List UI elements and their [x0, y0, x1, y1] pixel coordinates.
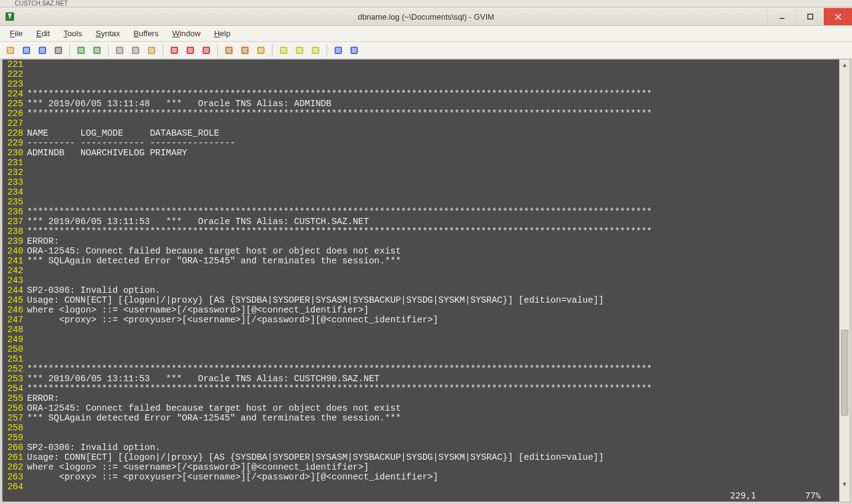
save-all-icon[interactable] — [36, 44, 49, 57]
window-titlebar[interactable]: dbname.log (~\Documents\sql) - GVIM — [0, 7, 852, 26]
menu-help[interactable]: Help — [208, 27, 237, 40]
editor-line[interactable]: 234 — [2, 187, 839, 197]
open-icon[interactable] — [4, 44, 17, 57]
scroll-up-arrow[interactable]: ▲ — [840, 60, 850, 70]
editor-line[interactable]: 228NAME LOG_MODE DATABASE_ROLE — [2, 128, 839, 138]
line-number: 248 — [2, 325, 27, 335]
svg-rect-36 — [281, 48, 286, 53]
editor-line[interactable]: 262where <logon> ::= <username>[/<passwo… — [2, 462, 839, 472]
editor-line[interactable]: 247 <proxy> ::= <proxyuser>[<username>][… — [2, 315, 839, 325]
editor-line[interactable]: 238*************************************… — [2, 227, 839, 236]
editor-line[interactable]: 225*** 2019/06/05 13:11:48 *** Oracle TN… — [2, 99, 839, 109]
editor-line[interactable]: 243 — [2, 276, 839, 285]
line-number: 231 — [2, 158, 27, 168]
svg-rect-16 — [95, 48, 99, 53]
editor-line[interactable]: 245Usage: CONN[ECT] [{logon|/|proxy} [AS… — [2, 295, 839, 305]
undo-icon[interactable] — [74, 44, 88, 57]
line-content: ****************************************… — [27, 207, 839, 217]
editor-line[interactable]: 230ADMINDB NOARCHIVELOG PRIMARY — [2, 148, 839, 158]
scroll-down-arrow[interactable]: ▼ — [840, 479, 850, 489]
make-icon[interactable] — [277, 44, 290, 57]
line-number: 233 — [2, 177, 27, 187]
editor-line[interactable]: 252*************************************… — [2, 364, 839, 374]
minimize-button[interactable] — [767, 8, 796, 25]
text-editor[interactable]: 221222223224****************************… — [2, 60, 839, 502]
editor-line[interactable]: 227 — [2, 118, 839, 128]
cursor-position: 229,1 — [730, 490, 756, 500]
print-icon[interactable] — [52, 44, 65, 57]
editor-line[interactable]: 248 — [2, 325, 839, 335]
editor-line[interactable]: 241*** SQLAgain detected Error "ORA-1254… — [2, 256, 839, 266]
editor-line[interactable]: 222 — [2, 69, 839, 79]
cut-icon[interactable] — [113, 44, 126, 57]
editor-line[interactable]: 231 — [2, 158, 839, 168]
run-script-icon[interactable] — [254, 44, 268, 57]
editor-line[interactable]: 235 — [2, 197, 839, 207]
editor-line[interactable]: 240ORA-12545: Connect failed because tar… — [2, 246, 839, 256]
shell-icon[interactable] — [293, 44, 306, 57]
line-content — [27, 118, 839, 128]
editor-line[interactable]: 242 — [2, 266, 839, 276]
editor-line[interactable]: 254*************************************… — [2, 384, 839, 394]
line-number: 245 — [2, 295, 27, 305]
editor-line[interactable]: 221 — [2, 60, 839, 69]
editor-line[interactable]: 256ORA-12545: Connect failed because tar… — [2, 403, 839, 413]
editor-line[interactable]: 261Usage: CONN[ECT] [{logon|/|proxy} [AS… — [2, 452, 839, 462]
copy-icon[interactable] — [129, 44, 142, 57]
save-icon[interactable] — [20, 44, 33, 57]
editor-line[interactable]: 258 — [2, 423, 839, 433]
line-number: 253 — [2, 374, 27, 384]
paste-icon[interactable] — [145, 44, 158, 57]
editor-line[interactable]: 226*************************************… — [2, 109, 839, 118]
editor-line[interactable]: 229--------- ------------ --------------… — [2, 138, 839, 148]
line-content: ORA-12545: Connect failed because target… — [27, 403, 839, 413]
menu-file[interactable]: File — [4, 27, 29, 40]
menu-edit[interactable]: Edit — [30, 27, 56, 40]
find-prev-icon[interactable] — [199, 44, 213, 57]
toolbar-separator — [108, 44, 109, 56]
menu-tools[interactable]: Tools — [57, 27, 88, 40]
menu-syntax[interactable]: Syntax — [90, 27, 126, 40]
editor-line[interactable]: 250 — [2, 344, 839, 354]
find-icon[interactable] — [168, 44, 181, 57]
tag-icon[interactable] — [309, 44, 322, 57]
redo-icon[interactable] — [90, 44, 104, 57]
line-number: 246 — [2, 305, 27, 315]
toolbar-separator — [217, 44, 218, 56]
editor-line[interactable]: 246where <logon> ::= <username>[/<passwo… — [2, 305, 839, 315]
line-content: *** SQLAgain detected Error "ORA-12545" … — [27, 256, 839, 266]
svg-rect-8 — [24, 48, 29, 53]
editor-line[interactable]: 257*** SQLAgain detected Error "ORA-1254… — [2, 413, 839, 423]
editor-line[interactable]: 224*************************************… — [2, 89, 839, 99]
editor-line[interactable]: 251 — [2, 354, 839, 364]
line-number: 247 — [2, 315, 27, 325]
editor-line[interactable]: 236*************************************… — [2, 207, 839, 217]
editor-line[interactable]: 232 — [2, 168, 839, 177]
load-session-icon[interactable] — [222, 44, 236, 57]
line-content — [27, 335, 839, 344]
editor-line[interactable]: 239ERROR: — [2, 236, 839, 246]
close-button[interactable] — [824, 8, 852, 25]
editor-line[interactable]: 237*** 2019/06/05 13:11:53 *** Oracle TN… — [2, 217, 839, 227]
menu-window[interactable]: Window — [166, 27, 206, 40]
editor-line[interactable]: 233 — [2, 177, 839, 187]
editor-line[interactable]: 223 — [2, 79, 839, 89]
find-help-icon[interactable] — [347, 44, 361, 57]
vertical-scrollbar[interactable]: ▲ ▼ — [839, 60, 850, 502]
svg-rect-24 — [172, 48, 177, 53]
editor-line[interactable]: 255ERROR: — [2, 394, 839, 403]
help-icon[interactable] — [331, 44, 345, 57]
editor-line[interactable]: 259 — [2, 433, 839, 443]
find-next-icon[interactable] — [184, 44, 197, 57]
maximize-button[interactable] — [796, 8, 824, 25]
editor-line[interactable]: 249 — [2, 335, 839, 344]
scroll-thumb[interactable] — [841, 330, 848, 416]
menu-buffers[interactable]: Buffers — [127, 27, 165, 40]
editor-line[interactable]: 263 <proxy> ::= <proxyuser>[<username>][… — [2, 472, 839, 482]
line-number: 234 — [2, 187, 27, 197]
save-session-icon[interactable] — [238, 44, 252, 57]
editor-line[interactable]: 244SP2-0306: Invalid option. — [2, 285, 839, 295]
svg-rect-32 — [242, 48, 247, 53]
editor-line[interactable]: 260SP2-0306: Invalid option. — [2, 443, 839, 452]
editor-line[interactable]: 253*** 2019/06/05 13:11:53 *** Oracle TN… — [2, 374, 839, 384]
